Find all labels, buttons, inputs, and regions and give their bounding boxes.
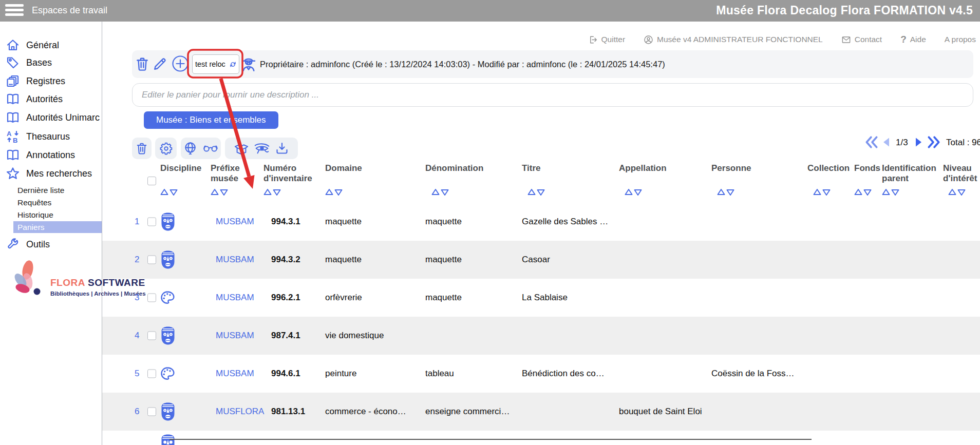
- first-page-icon[interactable]: [864, 135, 879, 149]
- sort-icons-appellation[interactable]: [625, 188, 642, 196]
- sort-icons-collection[interactable]: [813, 188, 831, 196]
- user-account[interactable]: Musée v4 ADMINISTRATEUR FONCTIONNEL: [644, 35, 823, 45]
- row-number-link[interactable]: 4: [135, 331, 139, 341]
- sidebar-item-label: Général: [26, 40, 59, 51]
- row-number-link[interactable]: 2: [135, 255, 139, 265]
- sidebar-item-autorites[interactable]: Autorités: [6, 92, 63, 106]
- prefix-link[interactable]: MUSFLORA: [216, 407, 264, 417]
- select-all-checkbox[interactable]: [147, 177, 156, 185]
- sidebar-item-thesaurus[interactable]: AB Thesaurus: [6, 130, 70, 143]
- row-checkbox[interactable]: [147, 294, 156, 302]
- prefix-link[interactable]: MUSBAM: [216, 369, 254, 379]
- sort-icons-prefixe[interactable]: [211, 188, 228, 196]
- column-header-denomination: Dénomination: [425, 163, 507, 173]
- sidebar-item-label: Bases: [26, 57, 52, 68]
- palette-icon: [160, 366, 175, 381]
- basket-name-input[interactable]: [195, 60, 227, 68]
- sort-alpha-icon: AB: [6, 130, 20, 143]
- column-header-niveau-interet: Niveau d'intérêt: [943, 163, 980, 184]
- about-button[interactable]: A propos: [945, 35, 976, 44]
- quit-button[interactable]: Quitter: [588, 35, 626, 45]
- next-page-icon[interactable]: [911, 135, 925, 149]
- table-row: 5 MUSBAM 994.6.1 peinture tableau Bénédi…: [102, 355, 980, 393]
- sort-icons-domaine[interactable]: [325, 188, 343, 196]
- contact-button[interactable]: Contact: [841, 35, 882, 45]
- sort-icons-denomination[interactable]: [431, 188, 449, 196]
- sidebar-item-mes-recherches[interactable]: Mes recherches: [6, 167, 92, 180]
- row-number-link[interactable]: 1: [135, 217, 139, 227]
- sidebar-item-annotations[interactable]: Annotations: [6, 148, 75, 162]
- appellation-cell: bouquet de Saint Eloi: [619, 407, 702, 417]
- titre-cell: Casoar: [522, 255, 550, 265]
- sort-icons-personne[interactable]: [717, 188, 734, 196]
- column-header-collection: Collection: [807, 163, 853, 173]
- glasses-icon: [203, 144, 218, 152]
- tab-musee-biens-et-ensembles[interactable]: Musée : Biens et ensembles: [144, 111, 278, 129]
- sidebar-subitem-derniere-liste[interactable]: Dernière liste: [17, 186, 64, 195]
- inventory-number: 987.4.1: [271, 331, 300, 341]
- prefix-link[interactable]: MUSBAM: [216, 293, 254, 303]
- row-checkbox[interactable]: [147, 408, 156, 416]
- sort-icons-titre[interactable]: [527, 188, 545, 196]
- table-row: 1 MUSBAM 994.3.1 maquette maquette Gazel…: [102, 203, 980, 241]
- sidebar-subitem-historique[interactable]: Historique: [17, 210, 53, 220]
- sidebar-item-autorites-unimarc[interactable]: Autorités Unimarc: [6, 111, 100, 124]
- flora-software-logo: [5, 259, 50, 302]
- delete-records-button[interactable]: [132, 138, 152, 159]
- domaine-cell: orfèvrerie: [325, 293, 362, 303]
- sidebar-subitem-requetes[interactable]: Requêtes: [17, 198, 51, 207]
- mask-icon: [160, 326, 176, 345]
- sidebar-item-general[interactable]: Général: [6, 38, 59, 52]
- logout-icon: [588, 35, 598, 45]
- table-row-partial: [102, 431, 980, 445]
- publish-view-button[interactable]: [181, 138, 221, 159]
- table-row: 2 MUSBAM 994.3.2 maquette maquette Casoa…: [102, 241, 980, 279]
- prefix-link[interactable]: MUSBAM: [216, 217, 254, 227]
- add-basket-icon[interactable]: [172, 55, 189, 72]
- sort-icons-niveau-interet[interactable]: [948, 188, 966, 196]
- last-page-icon[interactable]: [927, 135, 941, 149]
- prefix-link[interactable]: MUSBAM: [216, 255, 254, 265]
- sort-icons-identification-parent[interactable]: [882, 188, 899, 196]
- book-icon: [6, 111, 20, 124]
- sort-icons-discipline[interactable]: [160, 188, 178, 196]
- column-header-fonds: Fonds: [854, 163, 881, 173]
- refresh-icon[interactable]: [230, 60, 236, 69]
- row-checkbox[interactable]: [147, 332, 156, 340]
- row-checkbox[interactable]: [147, 370, 156, 378]
- table-row: 3 MUSBAM 996.2.1 orfèvrerie maquette La …: [102, 279, 980, 317]
- sidebar-item-registres[interactable]: Registres: [6, 74, 65, 88]
- home-icon: [6, 38, 20, 52]
- help-button[interactable]: ? Aide: [900, 34, 926, 45]
- svg-text:B: B: [13, 137, 17, 143]
- titre-cell: La Sablaise: [522, 293, 568, 303]
- basket-description-input[interactable]: [132, 83, 973, 107]
- trash-icon: [136, 142, 148, 156]
- sidebar-item-outils[interactable]: Outils: [6, 238, 50, 251]
- sort-icons-numero[interactable]: [263, 188, 281, 196]
- download-icon: [275, 142, 289, 155]
- prefix-link[interactable]: MUSBAM: [216, 331, 254, 341]
- column-header-personne: Personne: [711, 163, 783, 173]
- row-number-link[interactable]: 6: [135, 407, 139, 417]
- top-header-bar: Espaces de travail Musée Flora Decalog F…: [0, 0, 980, 22]
- domaine-cell: vie domestique: [325, 331, 384, 341]
- wrench-icon: [6, 238, 20, 251]
- row-number-link[interactable]: 5: [135, 369, 139, 379]
- hamburger-menu-icon[interactable]: [5, 4, 25, 18]
- sort-icons-fonds[interactable]: [854, 188, 872, 196]
- denomination-cell: enseigne commerci…: [425, 407, 510, 417]
- delete-basket-icon[interactable]: [135, 56, 149, 72]
- row-checkbox[interactable]: [147, 218, 156, 226]
- previous-page-icon[interactable]: [880, 135, 894, 149]
- star-icon: [6, 167, 20, 180]
- row-checkbox[interactable]: [147, 256, 156, 264]
- row-number-link[interactable]: 3: [135, 293, 139, 303]
- export-tools-button[interactable]: [225, 138, 298, 159]
- sidebar-subitem-paniers-selected[interactable]: Paniers: [13, 221, 102, 233]
- edit-basket-icon[interactable]: [153, 56, 167, 71]
- basket-name-box: [192, 54, 239, 74]
- settings-button[interactable]: [155, 138, 177, 159]
- sidebar-item-bases[interactable]: Bases: [6, 56, 52, 69]
- workspace-label[interactable]: Espaces de travail: [32, 5, 107, 16]
